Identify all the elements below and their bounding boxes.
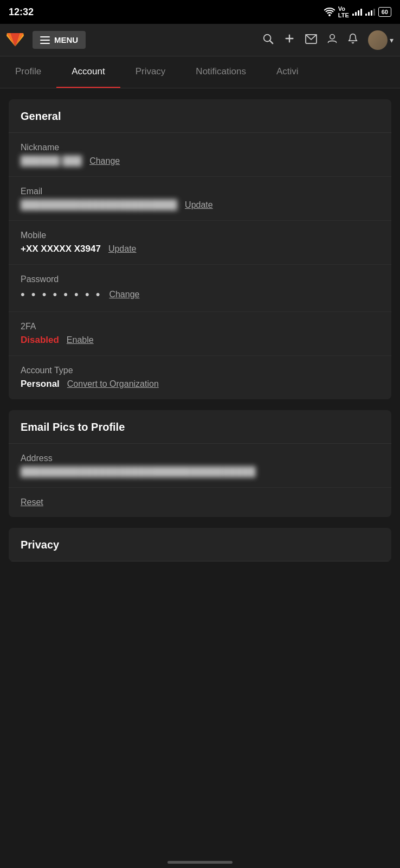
- main-content: General Nickname ██████ ███ Change Email…: [0, 99, 400, 594]
- status-bar: 12:32 VoLTE 60: [0, 0, 400, 24]
- hamburger-icon: [40, 36, 50, 44]
- avatar-dropdown-arrow[interactable]: ▾: [390, 36, 393, 44]
- signal-bars-1: [352, 9, 362, 16]
- email-pics-reset-row: Reset: [9, 488, 391, 517]
- tab-notifications[interactable]: Notifications: [180, 56, 261, 88]
- account-type-label: Account Type: [21, 366, 379, 375]
- mail-icon[interactable]: [305, 33, 317, 47]
- account-type-value: Personal: [21, 379, 60, 390]
- privacy-section: Privacy: [9, 528, 391, 561]
- volte-badge: VoLTE: [338, 5, 349, 18]
- svg-line-1: [270, 41, 273, 43]
- mobile-update-link[interactable]: Update: [108, 244, 137, 254]
- email-pics-header: Email Pics to Profile: [9, 410, 391, 444]
- tab-profile[interactable]: Profile: [0, 56, 56, 88]
- search-icon[interactable]: [262, 33, 274, 48]
- nickname-value: ██████ ███: [21, 156, 82, 167]
- wifi-icon: [324, 8, 335, 16]
- mobile-label: Mobile: [21, 231, 379, 240]
- avatar[interactable]: [368, 30, 388, 50]
- gitlab-logo[interactable]: [7, 30, 24, 50]
- menu-button[interactable]: MENU: [33, 31, 86, 49]
- status-time: 12:32: [9, 7, 34, 18]
- general-section: General Nickname ██████ ███ Change Email…: [9, 99, 391, 399]
- tab-account[interactable]: Account: [56, 56, 120, 88]
- email-update-link[interactable]: Update: [185, 200, 213, 210]
- svg-point-5: [330, 34, 334, 39]
- password-change-link[interactable]: Change: [109, 290, 139, 299]
- nickname-change-link[interactable]: Change: [89, 156, 120, 166]
- nav-icons: ▾: [262, 30, 393, 50]
- nickname-label: Nickname: [21, 143, 379, 152]
- account-type-value-row: Personal Convert to Organization: [21, 379, 379, 390]
- notifications-icon[interactable]: [347, 33, 358, 48]
- password-field: Password • • • • • • • • Change: [9, 265, 391, 312]
- twofa-value-row: Disabled Enable: [21, 335, 379, 346]
- user-avatar-container[interactable]: ▾: [368, 30, 393, 50]
- signal-bars-2: [365, 9, 375, 16]
- user-icon[interactable]: [327, 33, 338, 48]
- nickname-value-row: ██████ ███ Change: [21, 156, 379, 167]
- password-label: Password: [21, 275, 379, 284]
- email-pics-address-value-row: ████████████████████████████████████: [21, 467, 379, 477]
- twofa-enable-link[interactable]: Enable: [67, 335, 94, 345]
- twofa-field: 2FA Disabled Enable: [9, 312, 391, 356]
- password-dots: • • • • • • • •: [21, 288, 101, 302]
- email-value: ████████████████████████: [21, 200, 177, 210]
- mobile-field: Mobile +XX XXXXX X3947 Update: [9, 221, 391, 265]
- battery-icon: 60: [378, 7, 391, 17]
- password-value-row: • • • • • • • • Change: [21, 288, 379, 302]
- tab-bar: Profile Account Privacy Notifications Ac…: [0, 56, 400, 88]
- twofa-status: Disabled: [21, 335, 59, 346]
- email-pics-section: Email Pics to Profile Address ██████████…: [9, 410, 391, 517]
- email-pics-address-field: Address ████████████████████████████████…: [9, 444, 391, 488]
- mobile-value-row: +XX XXXXX X3947 Update: [21, 244, 379, 254]
- create-icon[interactable]: [283, 33, 295, 48]
- privacy-section-header: Privacy: [9, 528, 391, 561]
- tab-privacy[interactable]: Privacy: [120, 56, 181, 88]
- email-field: Email ████████████████████████ Update: [9, 177, 391, 221]
- account-type-field: Account Type Personal Convert to Organiz…: [9, 356, 391, 399]
- email-pics-reset-link[interactable]: Reset: [21, 497, 43, 507]
- mobile-value: +XX XXXXX X3947: [21, 244, 101, 254]
- tab-activity[interactable]: Activi: [261, 56, 314, 88]
- general-section-header: General: [9, 99, 391, 133]
- nickname-field: Nickname ██████ ███ Change: [9, 133, 391, 177]
- convert-to-org-link[interactable]: Convert to Organization: [67, 379, 159, 389]
- email-label: Email: [21, 187, 379, 196]
- email-pics-address-label: Address: [21, 454, 379, 463]
- status-icons: VoLTE 60: [324, 5, 391, 18]
- bottom-indicator: [167, 861, 233, 864]
- email-pics-address-value: ████████████████████████████████████: [21, 467, 256, 477]
- top-nav: MENU: [0, 24, 400, 56]
- twofa-label: 2FA: [21, 322, 379, 331]
- email-value-row: ████████████████████████ Update: [21, 200, 379, 210]
